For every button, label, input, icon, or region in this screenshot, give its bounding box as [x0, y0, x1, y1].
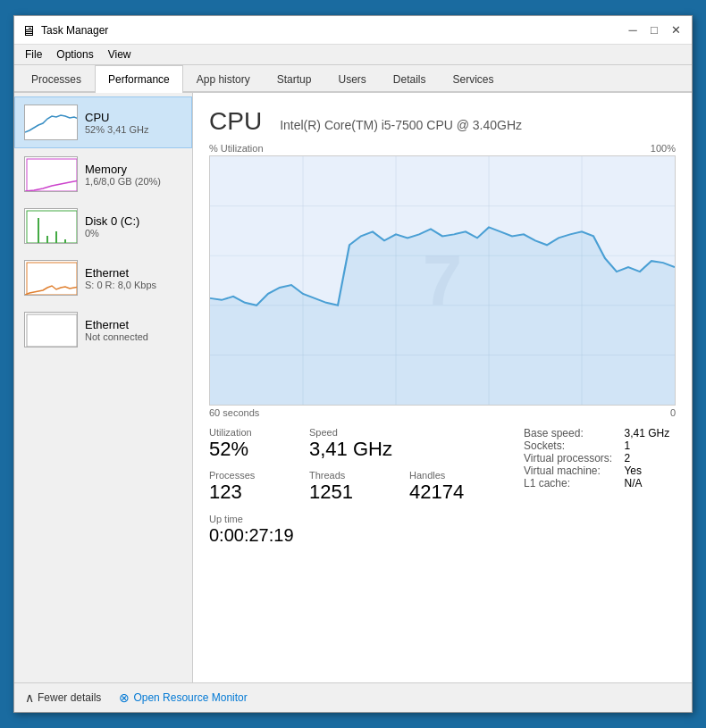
- sidebar-disk-sub: 0%: [85, 228, 182, 238]
- chart-time-row: 60 seconds 0: [209, 407, 676, 418]
- svg-rect-1: [27, 211, 77, 243]
- cpu-processor: Intel(R) Core(TM) i5-7500 CPU @ 3.40GHz: [280, 118, 522, 132]
- vproc-row: Virtual processors: 2: [524, 452, 676, 464]
- sidebar-disk-name: Disk 0 (C:): [85, 214, 182, 228]
- chart-max-label: 100%: [651, 143, 676, 154]
- cpu-header: CPU Intel(R) Core(TM) i5-7500 CPU @ 3.40…: [209, 107, 676, 136]
- sidebar-cpu-sub: 52% 3,41 GHz: [85, 124, 182, 135]
- title-bar: 🖥 Task Manager ─ □ ✕: [14, 16, 692, 45]
- sidebar-ethernet1-sub: S: 0 R: 8,0 Kbps: [85, 280, 182, 290]
- svg-marker-16: [210, 227, 675, 405]
- cpu-detail-panel: CPU Intel(R) Core(TM) i5-7500 CPU @ 3.40…: [193, 93, 692, 682]
- sidebar-memory-name: Memory: [85, 163, 182, 176]
- maximize-button[interactable]: □: [645, 21, 663, 39]
- sidebar-item-ethernet2[interactable]: Ethernet Not connected: [14, 304, 192, 356]
- sidebar-disk-info: Disk 0 (C:) 0%: [85, 214, 182, 238]
- sidebar-ethernet2-info: Ethernet Not connected: [85, 318, 182, 342]
- chart-time-right: 0: [670, 407, 676, 418]
- tab-app-history[interactable]: App history: [183, 65, 264, 93]
- tab-details[interactable]: Details: [380, 65, 440, 93]
- sockets-value: 1: [624, 439, 676, 452]
- handles-value: 42174: [409, 481, 506, 504]
- open-resource-monitor-label: Open Resource Monitor: [133, 691, 247, 704]
- vmachine-value: Yes: [624, 464, 676, 477]
- vmachine-row: Virtual machine: Yes: [524, 464, 676, 477]
- chart-time-left: 60 seconds: [209, 407, 259, 418]
- sidebar-item-memory[interactable]: Memory 1,6/8,0 GB (20%): [14, 148, 192, 200]
- stats-section: Utilization 52% Speed 3,41 GHz Processes…: [209, 427, 676, 546]
- threads-stat: Threads 1251: [309, 470, 406, 504]
- ethernet1-thumbnail: [24, 260, 78, 296]
- svg-rect-6: [27, 263, 77, 295]
- sidebar-cpu-info: CPU 52% 3,41 GHz: [85, 111, 182, 135]
- stats-grid: Utilization 52% Speed 3,41 GHz Processes…: [209, 427, 506, 505]
- utilization-label: Utilization: [209, 427, 306, 438]
- memory-thumbnail: [24, 156, 78, 192]
- cpu-thumbnail: [24, 105, 78, 140]
- sidebar: CPU 52% 3,41 GHz Memory 1,6/8,0 GB (20%): [14, 93, 193, 682]
- processes-stat: Processes 123: [209, 470, 306, 504]
- handles-label: Handles: [409, 470, 506, 481]
- minimize-button[interactable]: ─: [624, 21, 642, 39]
- chart-utilization-label: % Utilization: [209, 143, 264, 154]
- monitor-icon: ⊗: [119, 690, 130, 705]
- utilization-stat: Utilization 52%: [209, 427, 306, 461]
- sidebar-memory-info: Memory 1,6/8,0 GB (20%): [85, 163, 182, 187]
- sidebar-memory-sub: 1,6/8,0 GB (20%): [85, 176, 182, 187]
- uptime-label: Up time: [209, 514, 506, 524]
- cpu-title: CPU: [209, 107, 262, 136]
- open-resource-monitor-link[interactable]: ⊗ Open Resource Monitor: [119, 690, 247, 705]
- chart-label-row: % Utilization 100%: [209, 143, 676, 154]
- processes-label: Processes: [209, 470, 306, 481]
- tab-bar: Processes Performance App history Startu…: [14, 65, 692, 93]
- speed-value: 3,41 GHz: [309, 438, 406, 461]
- uptime-value: 0:00:27:19: [209, 524, 506, 546]
- utilization-value: 52%: [209, 438, 306, 461]
- bottom-bar: ∧ Fewer details ⊗ Open Resource Monitor: [14, 682, 692, 712]
- speed-label: Speed: [309, 427, 406, 438]
- left-stats: Utilization 52% Speed 3,41 GHz Processes…: [209, 427, 506, 546]
- chart-svg: [210, 156, 675, 405]
- main-content: CPU 52% 3,41 GHz Memory 1,6/8,0 GB (20%): [14, 93, 692, 682]
- svg-rect-7: [27, 314, 77, 347]
- sidebar-ethernet1-name: Ethernet: [85, 266, 182, 280]
- sidebar-ethernet2-sub: Not connected: [85, 331, 182, 342]
- app-icon: 🖥: [21, 23, 36, 38]
- tab-startup[interactable]: Startup: [264, 65, 325, 93]
- sidebar-cpu-name: CPU: [85, 111, 182, 124]
- fewer-details-button[interactable]: ∧ Fewer details: [25, 690, 101, 705]
- tab-services[interactable]: Services: [440, 65, 508, 93]
- speed-stat: Speed 3,41 GHz: [309, 427, 406, 461]
- sockets-row: Sockets: 1: [524, 439, 676, 452]
- sidebar-item-disk[interactable]: Disk 0 (C:) 0%: [14, 200, 192, 252]
- right-stats-table: Base speed: 3,41 GHz Sockets: 1 Virtual …: [524, 427, 676, 490]
- cpu-chart-area: % Utilization 100% 7: [209, 143, 676, 418]
- l1cache-value: N/A: [624, 477, 676, 490]
- fewer-details-label: Fewer details: [38, 691, 101, 704]
- tab-performance[interactable]: Performance: [95, 65, 183, 93]
- close-button[interactable]: ✕: [667, 21, 685, 39]
- uptime-stat: Up time 0:00:27:19: [209, 514, 506, 546]
- ethernet2-thumbnail: [24, 312, 78, 347]
- l1cache-label: L1 cache:: [524, 477, 624, 490]
- right-stats: Base speed: 3,41 GHz Sockets: 1 Virtual …: [524, 427, 676, 546]
- title-bar-controls: ─ □ ✕: [624, 21, 685, 39]
- base-speed-value: 3,41 GHz: [624, 427, 676, 439]
- sockets-label: Sockets:: [524, 439, 624, 452]
- sidebar-item-cpu[interactable]: CPU 52% 3,41 GHz: [14, 96, 192, 148]
- chevron-up-icon: ∧: [25, 690, 34, 705]
- menu-file[interactable]: File: [18, 46, 49, 63]
- tab-users[interactable]: Users: [324, 65, 379, 93]
- sidebar-item-ethernet1[interactable]: Ethernet S: 0 R: 8,0 Kbps: [14, 252, 192, 304]
- base-speed-label: Base speed:: [524, 427, 624, 439]
- handles-stat: Handles 42174: [409, 470, 506, 504]
- processes-value: 123: [209, 481, 306, 504]
- menu-view[interactable]: View: [101, 46, 139, 63]
- menu-options[interactable]: Options: [49, 46, 100, 63]
- disk-thumbnail: [24, 208, 78, 244]
- tab-processes[interactable]: Processes: [18, 65, 95, 93]
- vproc-value: 2: [624, 452, 676, 464]
- l1cache-row: L1 cache: N/A: [524, 477, 676, 490]
- vproc-label: Virtual processors:: [524, 452, 624, 464]
- threads-label: Threads: [309, 470, 406, 481]
